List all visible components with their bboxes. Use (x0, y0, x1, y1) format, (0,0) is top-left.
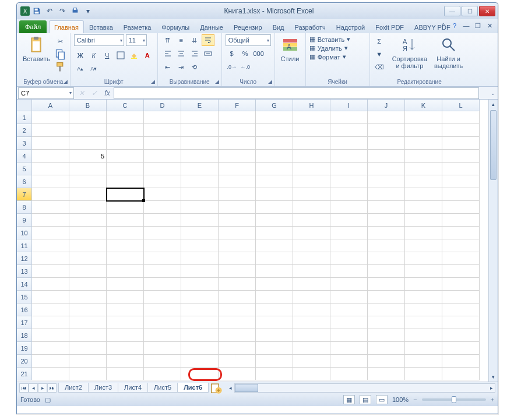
comma-format-icon[interactable]: 000 (252, 48, 265, 59)
cell[interactable] (442, 303, 480, 316)
row-header[interactable]: 5 (17, 163, 32, 175)
cell[interactable] (107, 239, 144, 252)
cell[interactable] (107, 124, 144, 137)
cell[interactable] (442, 201, 480, 214)
cell[interactable] (219, 214, 256, 227)
cell[interactable] (107, 111, 144, 124)
cell-grid[interactable]: ABCDEFGHIJKL 123455678910111213141516171… (17, 100, 488, 382)
copy-icon[interactable] (55, 48, 66, 60)
cell[interactable] (219, 303, 256, 316)
cell[interactable] (368, 111, 405, 124)
cell[interactable] (181, 316, 219, 329)
cell[interactable] (69, 329, 107, 342)
cell[interactable] (144, 355, 181, 368)
column-header[interactable]: A (32, 100, 69, 111)
delete-cells-button[interactable]: ▦Удалить ▾ (309, 44, 348, 52)
cell[interactable] (256, 201, 293, 214)
cell[interactable] (107, 278, 144, 291)
cell[interactable] (69, 137, 107, 150)
cell[interactable] (144, 227, 181, 239)
cell[interactable] (69, 303, 107, 316)
ribbon-tab-developer[interactable]: Разработч (290, 20, 331, 33)
merge-cells-icon[interactable] (202, 48, 214, 59)
cell[interactable] (69, 342, 107, 355)
sort-filter-button[interactable]: АЯ Сортировка и фильтр (390, 34, 429, 70)
minimize-ribbon-icon[interactable]: ⌃ (438, 21, 448, 30)
cell[interactable] (32, 291, 69, 303)
styles-button[interactable]: A Стили (279, 34, 302, 63)
find-select-button[interactable]: Найти и выделить (432, 34, 465, 70)
cell[interactable] (368, 252, 405, 265)
cell[interactable] (442, 163, 480, 175)
page-layout-view-icon[interactable]: ▤ (360, 395, 371, 404)
cell[interactable] (442, 150, 480, 163)
cell[interactable] (330, 291, 368, 303)
cell[interactable] (32, 124, 69, 137)
cell[interactable] (69, 239, 107, 252)
column-header[interactable]: C (107, 100, 144, 111)
cell[interactable] (32, 227, 69, 239)
autosum-icon[interactable]: Σ (374, 36, 385, 47)
font-color-button[interactable]: A (141, 50, 154, 61)
cell[interactable] (293, 150, 330, 163)
cell[interactable] (405, 329, 442, 342)
sheet-nav-next-icon[interactable]: ▸ (38, 383, 47, 393)
cell[interactable] (368, 278, 405, 291)
page-break-view-icon[interactable]: ▭ (376, 395, 388, 404)
cell[interactable] (330, 342, 368, 355)
row-header[interactable]: 19 (17, 342, 32, 355)
align-bottom-icon[interactable]: ⇊ (188, 34, 201, 46)
cell[interactable] (293, 368, 330, 380)
cell[interactable] (144, 278, 181, 291)
cell[interactable] (442, 368, 480, 380)
cell[interactable] (69, 124, 107, 137)
cell[interactable] (32, 265, 69, 278)
cell[interactable] (181, 355, 219, 368)
cell[interactable] (69, 111, 107, 124)
cell[interactable] (181, 214, 219, 227)
cell[interactable] (181, 368, 219, 380)
cell[interactable] (293, 316, 330, 329)
cell[interactable] (368, 188, 405, 201)
cell[interactable] (32, 239, 69, 252)
number-format-combo[interactable]: Общий (226, 34, 271, 46)
zoom-in-icon[interactable]: + (491, 396, 494, 403)
cell[interactable] (330, 239, 368, 252)
cell[interactable] (107, 214, 144, 227)
cell[interactable] (107, 252, 144, 265)
cell[interactable] (330, 265, 368, 278)
cell[interactable] (181, 175, 219, 188)
column-header[interactable]: B (69, 100, 107, 111)
column-header[interactable]: E (181, 100, 219, 111)
sheet-nav-prev-icon[interactable]: ◂ (29, 383, 38, 393)
cell[interactable] (405, 188, 442, 201)
cell[interactable] (181, 137, 219, 150)
cell[interactable] (144, 252, 181, 265)
row-header[interactable]: 8 (17, 201, 32, 214)
cell[interactable] (293, 355, 330, 368)
new-sheet-icon[interactable] (210, 383, 223, 393)
cell[interactable] (219, 150, 256, 163)
cell[interactable] (144, 329, 181, 342)
dialog-launcher-icon[interactable]: ◢ (215, 79, 219, 84)
cell[interactable] (181, 278, 219, 291)
cell[interactable] (107, 303, 144, 316)
cell[interactable] (293, 278, 330, 291)
cell[interactable] (219, 368, 256, 380)
qat-customize-icon[interactable]: ▾ (82, 5, 94, 17)
cell[interactable] (144, 316, 181, 329)
cell[interactable] (256, 303, 293, 316)
scroll-down-icon[interactable]: ▾ (489, 372, 498, 382)
cell[interactable] (405, 111, 442, 124)
cell[interactable] (368, 239, 405, 252)
cell[interactable] (256, 342, 293, 355)
cell[interactable] (293, 252, 330, 265)
cell[interactable] (293, 111, 330, 124)
decrease-indent-icon[interactable]: ⇤ (161, 61, 174, 73)
sheet-tab[interactable]: Лист5 (147, 383, 178, 393)
row-header[interactable]: 10 (17, 227, 32, 239)
scroll-up-icon[interactable]: ▴ (489, 100, 498, 109)
cell[interactable] (256, 355, 293, 368)
cell[interactable] (181, 252, 219, 265)
cell[interactable] (32, 137, 69, 150)
